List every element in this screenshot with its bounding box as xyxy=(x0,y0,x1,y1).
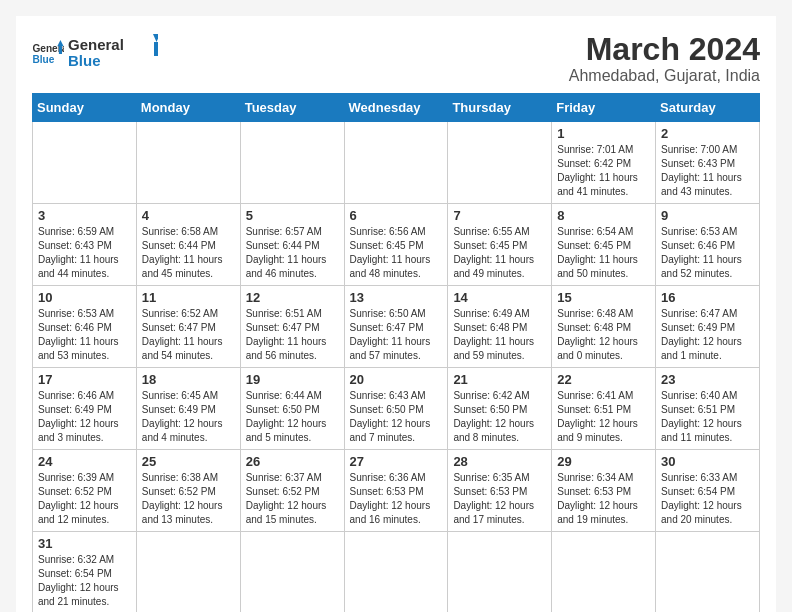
table-row: 22Sunrise: 6:41 AM Sunset: 6:51 PM Dayli… xyxy=(552,368,656,450)
day-info: Sunrise: 6:44 AM Sunset: 6:50 PM Dayligh… xyxy=(246,389,339,445)
table-row: 16Sunrise: 6:47 AM Sunset: 6:49 PM Dayli… xyxy=(656,286,760,368)
logo-svg: General Blue xyxy=(68,32,158,72)
header: General Blue General Blue March 2024 Ahm… xyxy=(32,32,760,85)
day-info: Sunrise: 6:43 AM Sunset: 6:50 PM Dayligh… xyxy=(350,389,443,445)
calendar-title: March 2024 xyxy=(569,32,760,67)
table-row xyxy=(136,532,240,612)
table-row: 24Sunrise: 6:39 AM Sunset: 6:52 PM Dayli… xyxy=(33,450,137,532)
table-row: 4Sunrise: 6:58 AM Sunset: 6:44 PM Daylig… xyxy=(136,204,240,286)
day-number: 27 xyxy=(350,454,443,469)
table-row: 27Sunrise: 6:36 AM Sunset: 6:53 PM Dayli… xyxy=(344,450,448,532)
table-row: 14Sunrise: 6:49 AM Sunset: 6:48 PM Dayli… xyxy=(448,286,552,368)
day-number: 9 xyxy=(661,208,754,223)
day-number: 17 xyxy=(38,372,131,387)
table-row: 21Sunrise: 6:42 AM Sunset: 6:50 PM Dayli… xyxy=(448,368,552,450)
table-row: 28Sunrise: 6:35 AM Sunset: 6:53 PM Dayli… xyxy=(448,450,552,532)
weekday-header-row: Sunday Monday Tuesday Wednesday Thursday… xyxy=(33,94,760,122)
table-row: 8Sunrise: 6:54 AM Sunset: 6:45 PM Daylig… xyxy=(552,204,656,286)
day-number: 31 xyxy=(38,536,131,551)
day-number: 4 xyxy=(142,208,235,223)
day-number: 8 xyxy=(557,208,650,223)
day-number: 30 xyxy=(661,454,754,469)
table-row xyxy=(33,122,137,204)
day-info: Sunrise: 6:46 AM Sunset: 6:49 PM Dayligh… xyxy=(38,389,131,445)
day-number: 23 xyxy=(661,372,754,387)
day-info: Sunrise: 6:47 AM Sunset: 6:49 PM Dayligh… xyxy=(661,307,754,363)
day-info: Sunrise: 6:32 AM Sunset: 6:54 PM Dayligh… xyxy=(38,553,131,609)
day-number: 21 xyxy=(453,372,546,387)
day-number: 20 xyxy=(350,372,443,387)
table-row xyxy=(240,122,344,204)
day-info: Sunrise: 6:41 AM Sunset: 6:51 PM Dayligh… xyxy=(557,389,650,445)
day-info: Sunrise: 6:49 AM Sunset: 6:48 PM Dayligh… xyxy=(453,307,546,363)
table-row: 29Sunrise: 6:34 AM Sunset: 6:53 PM Dayli… xyxy=(552,450,656,532)
calendar-page: General Blue General Blue March 2024 Ahm… xyxy=(16,16,776,612)
svg-rect-3 xyxy=(59,46,62,54)
table-row: 11Sunrise: 6:52 AM Sunset: 6:47 PM Dayli… xyxy=(136,286,240,368)
table-row xyxy=(344,122,448,204)
table-row xyxy=(552,532,656,612)
day-info: Sunrise: 6:50 AM Sunset: 6:47 PM Dayligh… xyxy=(350,307,443,363)
table-row: 19Sunrise: 6:44 AM Sunset: 6:50 PM Dayli… xyxy=(240,368,344,450)
day-info: Sunrise: 6:33 AM Sunset: 6:54 PM Dayligh… xyxy=(661,471,754,527)
table-row: 10Sunrise: 6:53 AM Sunset: 6:46 PM Dayli… xyxy=(33,286,137,368)
day-number: 10 xyxy=(38,290,131,305)
table-row: 15Sunrise: 6:48 AM Sunset: 6:48 PM Dayli… xyxy=(552,286,656,368)
table-row xyxy=(344,532,448,612)
header-tuesday: Tuesday xyxy=(240,94,344,122)
day-info: Sunrise: 6:34 AM Sunset: 6:53 PM Dayligh… xyxy=(557,471,650,527)
day-info: Sunrise: 7:01 AM Sunset: 6:42 PM Dayligh… xyxy=(557,143,650,199)
day-info: Sunrise: 6:55 AM Sunset: 6:45 PM Dayligh… xyxy=(453,225,546,281)
day-info: Sunrise: 6:56 AM Sunset: 6:45 PM Dayligh… xyxy=(350,225,443,281)
day-info: Sunrise: 6:53 AM Sunset: 6:46 PM Dayligh… xyxy=(38,307,131,363)
svg-marker-6 xyxy=(153,34,158,42)
day-number: 19 xyxy=(246,372,339,387)
day-info: Sunrise: 6:35 AM Sunset: 6:53 PM Dayligh… xyxy=(453,471,546,527)
day-number: 26 xyxy=(246,454,339,469)
day-info: Sunrise: 6:59 AM Sunset: 6:43 PM Dayligh… xyxy=(38,225,131,281)
table-row: 17Sunrise: 6:46 AM Sunset: 6:49 PM Dayli… xyxy=(33,368,137,450)
day-number: 22 xyxy=(557,372,650,387)
table-row: 26Sunrise: 6:37 AM Sunset: 6:52 PM Dayli… xyxy=(240,450,344,532)
table-row: 20Sunrise: 6:43 AM Sunset: 6:50 PM Dayli… xyxy=(344,368,448,450)
title-area: March 2024 Ahmedabad, Gujarat, India xyxy=(569,32,760,85)
day-number: 18 xyxy=(142,372,235,387)
day-number: 2 xyxy=(661,126,754,141)
day-info: Sunrise: 6:38 AM Sunset: 6:52 PM Dayligh… xyxy=(142,471,235,527)
day-number: 12 xyxy=(246,290,339,305)
day-info: Sunrise: 6:57 AM Sunset: 6:44 PM Dayligh… xyxy=(246,225,339,281)
header-saturday: Saturday xyxy=(656,94,760,122)
day-number: 25 xyxy=(142,454,235,469)
day-info: Sunrise: 6:40 AM Sunset: 6:51 PM Dayligh… xyxy=(661,389,754,445)
table-row xyxy=(240,532,344,612)
day-number: 15 xyxy=(557,290,650,305)
day-info: Sunrise: 6:45 AM Sunset: 6:49 PM Dayligh… xyxy=(142,389,235,445)
logo-icon: General Blue xyxy=(32,40,64,68)
calendar-table: Sunday Monday Tuesday Wednesday Thursday… xyxy=(32,93,760,612)
header-thursday: Thursday xyxy=(448,94,552,122)
day-number: 3 xyxy=(38,208,131,223)
day-info: Sunrise: 6:52 AM Sunset: 6:47 PM Dayligh… xyxy=(142,307,235,363)
table-row: 5Sunrise: 6:57 AM Sunset: 6:44 PM Daylig… xyxy=(240,204,344,286)
table-row: 6Sunrise: 6:56 AM Sunset: 6:45 PM Daylig… xyxy=(344,204,448,286)
calendar-subtitle: Ahmedabad, Gujarat, India xyxy=(569,67,760,85)
day-info: Sunrise: 6:58 AM Sunset: 6:44 PM Dayligh… xyxy=(142,225,235,281)
svg-text:General: General xyxy=(68,36,124,53)
day-info: Sunrise: 6:51 AM Sunset: 6:47 PM Dayligh… xyxy=(246,307,339,363)
day-info: Sunrise: 6:37 AM Sunset: 6:52 PM Dayligh… xyxy=(246,471,339,527)
table-row xyxy=(448,122,552,204)
logo: General Blue General Blue xyxy=(32,32,158,76)
table-row: 1Sunrise: 7:01 AM Sunset: 6:42 PM Daylig… xyxy=(552,122,656,204)
table-row: 18Sunrise: 6:45 AM Sunset: 6:49 PM Dayli… xyxy=(136,368,240,450)
table-row: 7Sunrise: 6:55 AM Sunset: 6:45 PM Daylig… xyxy=(448,204,552,286)
day-info: Sunrise: 6:54 AM Sunset: 6:45 PM Dayligh… xyxy=(557,225,650,281)
table-row: 12Sunrise: 6:51 AM Sunset: 6:47 PM Dayli… xyxy=(240,286,344,368)
svg-text:Blue: Blue xyxy=(68,52,101,69)
table-row: 3Sunrise: 6:59 AM Sunset: 6:43 PM Daylig… xyxy=(33,204,137,286)
table-row: 2Sunrise: 7:00 AM Sunset: 6:43 PM Daylig… xyxy=(656,122,760,204)
day-number: 24 xyxy=(38,454,131,469)
day-number: 13 xyxy=(350,290,443,305)
table-row: 30Sunrise: 6:33 AM Sunset: 6:54 PM Dayli… xyxy=(656,450,760,532)
header-sunday: Sunday xyxy=(33,94,137,122)
day-number: 14 xyxy=(453,290,546,305)
